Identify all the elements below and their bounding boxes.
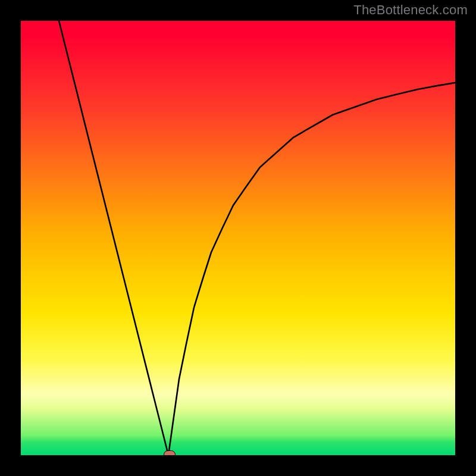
curve-left-branch: [59, 21, 168, 455]
chart-frame: TheBottleneck.com: [0, 0, 476, 476]
minimum-marker: [164, 450, 176, 455]
plot-area: [21, 21, 455, 455]
attribution-label: TheBottleneck.com: [353, 2, 468, 18]
curve-right-branch: [168, 83, 455, 455]
bottleneck-curve: [21, 21, 455, 455]
